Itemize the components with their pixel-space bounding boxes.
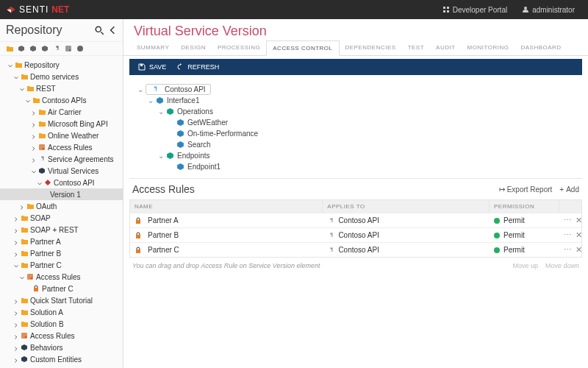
chevron-down-icon[interactable]: ⌄ — [157, 152, 165, 160]
chevron-down-icon[interactable]: ⌄ — [147, 96, 154, 105]
chevron-right-icon[interactable] — [13, 358, 19, 364]
tree-node[interactable]: Access Rules — [0, 271, 123, 283]
chevron-right-icon[interactable] — [13, 228, 19, 234]
tree-node[interactable]: REST — [0, 82, 123, 94]
svc-node[interactable]: ⌄Interface1 — [147, 95, 575, 106]
rule-row[interactable]: Partner AContoso APIPermit⋯ ✕ — [130, 213, 581, 227]
col-applies[interactable]: APPLIES TO — [323, 200, 490, 213]
svc-node[interactable]: GetWEather — [168, 117, 575, 128]
chevron-right-icon[interactable] — [31, 134, 37, 140]
chevron-right-icon[interactable] — [13, 334, 19, 340]
chevron-down-icon[interactable]: ⌄ — [157, 107, 165, 116]
search-icon[interactable] — [95, 26, 104, 35]
tool-5-icon[interactable] — [53, 45, 60, 52]
chevron-down-icon[interactable] — [7, 63, 13, 69]
save-button[interactable]: SAVE — [138, 63, 166, 71]
col-permission[interactable]: PERMISSION — [490, 200, 559, 213]
tree-node[interactable]: SOAP + REST — [0, 224, 123, 236]
chevron-right-icon[interactable] — [13, 299, 19, 305]
tree-node[interactable]: Air Carrier — [0, 106, 123, 118]
tree-node[interactable]: SOAP — [0, 212, 123, 224]
repository-tree[interactable]: RepositoryDemo servicesRESTContoso APIsA… — [0, 56, 123, 368]
refresh-button[interactable]: REFRESH — [176, 63, 219, 71]
tree-node[interactable]: Access Rules — [0, 330, 123, 342]
row-menu-button[interactable]: ⋯ — [564, 230, 572, 240]
chevron-right-icon[interactable] — [13, 322, 19, 328]
row-delete-button[interactable]: ✕ — [576, 216, 582, 225]
tree-node[interactable]: Service Agreements — [0, 153, 123, 165]
chevron-down-icon[interactable] — [37, 181, 43, 187]
row-menu-button[interactable]: ⋯ — [564, 216, 572, 225]
chevron-right-icon[interactable] — [13, 346, 19, 352]
tool-3-icon[interactable] — [29, 45, 37, 52]
tree-node[interactable]: OAuth — [0, 200, 123, 212]
tree-node[interactable]: Partner C — [0, 283, 123, 294]
row-delete-button[interactable]: ✕ — [576, 245, 582, 255]
tab-monitoring[interactable]: MONITORING — [462, 40, 515, 55]
chevron-down-icon[interactable] — [19, 275, 25, 281]
move-up-button[interactable]: Move up — [512, 262, 538, 269]
tree-node[interactable]: Partner C — [0, 259, 123, 271]
export-report-button[interactable]: ↦ Export Report — [499, 185, 553, 194]
chevron-right-icon[interactable] — [31, 110, 37, 116]
svc-node[interactable]: ⌄Operations — [157, 106, 575, 117]
tree-node[interactable]: Microsoft Bing API — [0, 118, 123, 130]
chevron-right-icon[interactable] — [13, 252, 19, 258]
tool-2-icon[interactable] — [18, 45, 25, 52]
tab-dependencies[interactable]: DEPENDENCIES — [340, 40, 402, 55]
tool-6-icon[interactable] — [65, 45, 72, 52]
tree-node[interactable]: Contoso API — [0, 177, 123, 188]
tree-node[interactable]: Repository — [0, 59, 123, 71]
tree-node[interactable]: Quick Start Tutorial — [0, 294, 123, 306]
tree-node[interactable]: Behaviors — [0, 342, 123, 353]
chevron-down-icon[interactable] — [13, 75, 19, 81]
tree-node[interactable]: Access Rules — [0, 141, 123, 153]
chevron-right-icon[interactable] — [31, 122, 37, 128]
svc-node[interactable]: On-time-Performance — [168, 128, 575, 139]
svc-node[interactable]: Endpoint1 — [168, 161, 575, 172]
chevron-right-icon[interactable] — [19, 205, 25, 210]
svc-node[interactable]: ⌄Endpoints — [157, 150, 575, 161]
rule-row[interactable]: Partner CContoso APIPermit⋯ ✕ — [130, 242, 581, 257]
tree-node[interactable]: Version 1 — [0, 188, 123, 200]
row-delete-button[interactable]: ✕ — [576, 230, 582, 240]
tree-node[interactable]: Online Weather — [0, 130, 123, 141]
svc-node[interactable]: Search — [168, 139, 575, 150]
tab-audit[interactable]: AUDIT — [430, 40, 462, 55]
tree-node[interactable]: Custom Entities — [0, 353, 123, 365]
tree-node[interactable]: Partner A — [0, 236, 123, 247]
tab-access-control[interactable]: ACCESS CONTROL — [266, 40, 339, 56]
tab-design[interactable]: DESIGN — [175, 40, 212, 55]
chevron-right-icon[interactable] — [13, 240, 19, 246]
chevron-right-icon[interactable] — [31, 146, 37, 152]
chevron-down-icon[interactable] — [19, 87, 25, 93]
tab-test[interactable]: TEST — [402, 40, 430, 55]
chevron-right-icon[interactable] — [13, 311, 19, 316]
add-rule-button[interactable]: + Add — [559, 185, 579, 194]
tool-1-icon[interactable] — [6, 45, 13, 52]
tree-node[interactable]: Solution B — [0, 318, 123, 330]
svc-node[interactable]: ⌄Contoso API — [137, 84, 575, 95]
chevron-down-icon[interactable] — [25, 99, 31, 105]
tab-processing[interactable]: PROCESSING — [212, 40, 266, 55]
tree-node[interactable]: Solution A — [0, 306, 123, 318]
chevron-down-icon[interactable] — [31, 169, 37, 175]
tool-7-icon[interactable] — [76, 45, 84, 52]
tree-node[interactable]: Nodes — [0, 365, 123, 368]
service-tree[interactable]: ⌄Contoso API⌄Interface1⌄OperationsGetWEa… — [129, 79, 582, 174]
developer-portal-link[interactable]: Developer Portal — [435, 0, 514, 19]
tab-dashboard[interactable]: DASHBOARD — [514, 40, 567, 55]
move-down-button[interactable]: Move down — [545, 262, 579, 269]
row-menu-button[interactable]: ⋯ — [564, 245, 572, 255]
chevron-down-icon[interactable] — [13, 263, 19, 269]
tree-node[interactable]: Demo services — [0, 71, 123, 82]
chevron-right-icon[interactable] — [31, 158, 37, 163]
tree-node[interactable]: Partner B — [0, 247, 123, 259]
rule-row[interactable]: Partner BContoso APIPermit⋯ ✕ — [130, 227, 581, 242]
chevron-down-icon[interactable]: ⌄ — [137, 85, 144, 93]
tree-node[interactable]: Contoso APIs — [0, 94, 123, 106]
tab-summary[interactable]: SUMMARY — [131, 40, 175, 55]
user-menu[interactable]: administrator — [514, 0, 582, 19]
chevron-right-icon[interactable] — [13, 216, 19, 222]
col-name[interactable]: NAME — [130, 200, 323, 213]
